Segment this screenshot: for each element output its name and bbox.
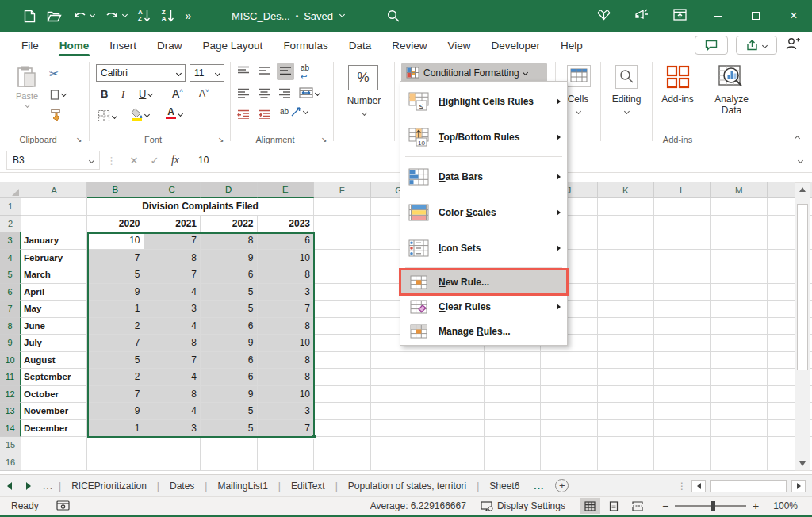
cell-B9[interactable]: 7 bbox=[87, 335, 144, 352]
row-header-8[interactable]: 8 bbox=[0, 318, 21, 335]
sheet-tab-edittext[interactable]: EditText bbox=[282, 475, 335, 497]
empty-cell[interactable] bbox=[654, 335, 711, 352]
empty-cell[interactable] bbox=[711, 198, 768, 216]
premium-diamond-icon[interactable] bbox=[597, 9, 611, 24]
fill-color-dropdown-icon[interactable] bbox=[144, 111, 150, 117]
empty-cell[interactable] bbox=[598, 266, 655, 284]
empty-cell[interactable] bbox=[314, 232, 371, 250]
cell-C8[interactable]: 4 bbox=[144, 318, 201, 335]
cell-A7[interactable]: May bbox=[21, 301, 87, 318]
empty-cell[interactable] bbox=[541, 454, 598, 472]
decrease-indent-button[interactable] bbox=[237, 109, 250, 121]
cell-E4[interactable]: 10 bbox=[258, 250, 315, 267]
empty-cell[interactable] bbox=[87, 437, 144, 454]
empty-cell[interactable] bbox=[314, 250, 371, 267]
row-header-3[interactable]: 3 bbox=[0, 232, 21, 250]
menu-item-highlight-cells-rules[interactable]: ≤ Highlight Cells Rules bbox=[400, 83, 567, 119]
share-button[interactable] bbox=[736, 36, 777, 55]
cell-A9[interactable]: July bbox=[21, 335, 87, 352]
sheet-tab-dates[interactable]: Dates bbox=[160, 475, 204, 497]
row-header-5[interactable]: 5 bbox=[0, 266, 21, 284]
cell-D11[interactable]: 6 bbox=[201, 369, 258, 386]
year-header-cell-2020[interactable]: 2020 bbox=[87, 216, 144, 233]
cell-A1[interactable] bbox=[21, 198, 87, 216]
empty-cell[interactable] bbox=[314, 437, 371, 454]
column-header-K[interactable]: K bbox=[598, 182, 655, 198]
empty-cell[interactable] bbox=[485, 386, 542, 404]
row-header-1[interactable]: 1 bbox=[0, 198, 21, 216]
menu-item-top-bottom-rules[interactable]: 10 Top/Bottom Rules bbox=[400, 119, 567, 155]
increase-indent-button[interactable] bbox=[258, 109, 270, 121]
close-button[interactable]: × bbox=[787, 9, 801, 23]
cell-E11[interactable]: 8 bbox=[258, 369, 315, 386]
row-header-15[interactable]: 15 bbox=[0, 437, 21, 454]
conditional-formatting-button[interactable]: Conditional Formatting bbox=[401, 63, 547, 82]
cell-B3[interactable]: 10 bbox=[87, 232, 144, 250]
fill-color-button[interactable] bbox=[131, 108, 149, 121]
empty-cell[interactable] bbox=[654, 284, 711, 301]
page-layout-view-button[interactable] bbox=[603, 498, 624, 514]
empty-cell[interactable] bbox=[485, 454, 542, 472]
empty-cell[interactable] bbox=[427, 369, 485, 386]
fill-handle[interactable] bbox=[312, 435, 316, 439]
alignment-dialog-launcher-icon[interactable]: ↘ bbox=[321, 136, 327, 144]
empty-cell[interactable] bbox=[314, 284, 371, 301]
comments-button[interactable] bbox=[695, 36, 728, 55]
cell-B6[interactable]: 9 bbox=[87, 284, 144, 301]
horizontal-scroll-thumb[interactable] bbox=[710, 480, 787, 492]
empty-cell[interactable] bbox=[598, 232, 655, 250]
align-bottom-button[interactable] bbox=[277, 63, 294, 80]
empty-cell[interactable] bbox=[485, 437, 542, 454]
minimize-button[interactable] bbox=[710, 9, 725, 23]
empty-cell[interactable] bbox=[711, 216, 768, 233]
zoom-slider[interactable] bbox=[675, 505, 746, 507]
horizontal-scrollbar[interactable]: ⋮ bbox=[677, 480, 812, 492]
decrease-font-button[interactable]: A˅ bbox=[199, 87, 209, 99]
cell-E13[interactable]: 3 bbox=[258, 403, 315, 420]
empty-cell[interactable] bbox=[654, 301, 711, 318]
empty-cell[interactable] bbox=[371, 386, 428, 404]
column-header-L[interactable]: L bbox=[654, 182, 711, 198]
cell-A14[interactable]: December bbox=[21, 420, 87, 438]
cell-A4[interactable]: February bbox=[21, 250, 87, 267]
sheet-tab-riceprioritization[interactable]: RICEPrioritization bbox=[62, 475, 156, 497]
row-header-6[interactable]: 6 bbox=[0, 284, 21, 301]
empty-cell[interactable] bbox=[201, 437, 258, 454]
empty-cell[interactable] bbox=[598, 403, 655, 420]
empty-cell[interactable] bbox=[314, 198, 371, 216]
cell-E7[interactable]: 7 bbox=[258, 301, 315, 318]
cell-B12[interactable]: 7 bbox=[87, 386, 144, 404]
column-header-C[interactable]: C bbox=[144, 182, 201, 198]
empty-cell[interactable] bbox=[654, 420, 711, 438]
clipboard-dialog-launcher-icon[interactable]: ↘ bbox=[76, 136, 82, 144]
empty-cell[interactable] bbox=[654, 232, 711, 250]
empty-cell[interactable] bbox=[598, 216, 655, 233]
sort-az-button[interactable]: AZ bbox=[138, 10, 151, 23]
empty-cell[interactable] bbox=[427, 420, 485, 438]
empty-cell[interactable] bbox=[598, 386, 655, 404]
font-dialog-launcher-icon[interactable]: ↘ bbox=[218, 136, 224, 144]
sheet-tab-mailinglist1[interactable]: MailingList1 bbox=[208, 475, 277, 497]
empty-cell[interactable] bbox=[371, 369, 428, 386]
empty-cell[interactable] bbox=[598, 335, 655, 352]
year-header-cell-2021[interactable]: 2021 bbox=[144, 216, 201, 233]
macro-record-icon[interactable] bbox=[56, 500, 70, 513]
empty-cell[interactable] bbox=[711, 284, 768, 301]
column-header-M[interactable]: M bbox=[711, 182, 768, 198]
column-header-A[interactable]: A bbox=[21, 182, 87, 198]
cell-C6[interactable]: 4 bbox=[144, 284, 201, 301]
empty-cell[interactable] bbox=[654, 266, 711, 284]
empty-cell[interactable] bbox=[87, 454, 144, 472]
cell-D8[interactable]: 6 bbox=[201, 318, 258, 335]
cell-B10[interactable]: 5 bbox=[87, 352, 144, 370]
empty-cell[interactable] bbox=[711, 437, 768, 454]
undo-dropdown-icon[interactable] bbox=[90, 12, 95, 17]
cell-C4[interactable]: 8 bbox=[144, 250, 201, 267]
empty-cell[interactable] bbox=[654, 250, 711, 267]
empty-cell[interactable] bbox=[598, 318, 655, 335]
borders-button[interactable] bbox=[98, 109, 117, 122]
row-header-12[interactable]: 12 bbox=[0, 386, 21, 404]
merge-center-button[interactable] bbox=[299, 87, 320, 98]
zoom-out-button[interactable]: − bbox=[662, 500, 668, 512]
font-size-select[interactable]: 11 bbox=[190, 64, 224, 82]
